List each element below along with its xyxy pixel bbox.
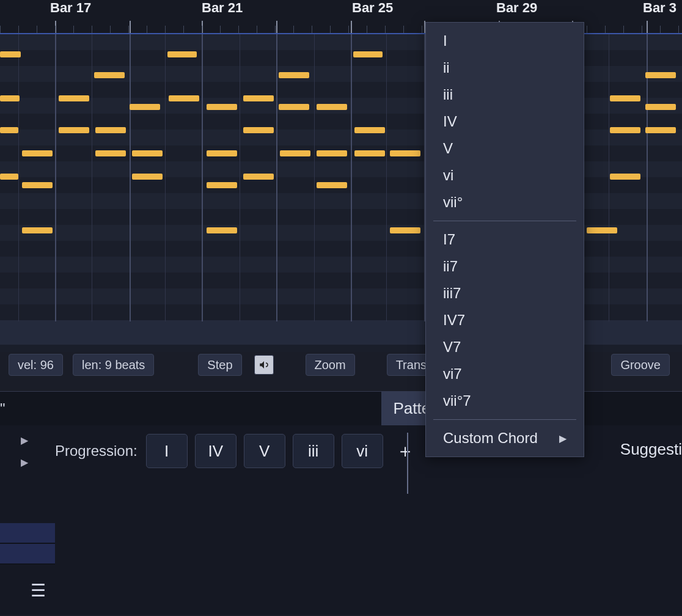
ruler-tick-minor (55, 26, 56, 33)
midi-note[interactable] (207, 104, 237, 110)
suggestions-label[interactable]: Suggesti (620, 440, 682, 459)
menu-item-chord[interactable]: ii7 (426, 253, 584, 280)
midi-note[interactable] (0, 95, 20, 101)
ruler-tick-major (130, 21, 131, 33)
midi-note[interactable] (207, 150, 237, 156)
add-chord-button[interactable]: ＋ (393, 439, 417, 463)
divider (407, 433, 408, 494)
midi-note[interactable] (317, 150, 347, 156)
expand-up-icon[interactable]: ▶ (0, 429, 49, 451)
menu-separator (433, 419, 576, 420)
step-button[interactable]: Step (198, 354, 241, 376)
ruler-tick-minor (257, 26, 257, 33)
midi-note[interactable] (207, 182, 237, 188)
chord-slot[interactable]: I (146, 434, 188, 468)
midi-note[interactable] (317, 104, 347, 110)
zoom-button[interactable]: Zoom (306, 354, 355, 376)
chord-context-menu: IiiiiiIVVvivii°I7ii7iii7IV7V7vi7vii°7Cus… (425, 22, 584, 457)
midi-note[interactable] (645, 104, 676, 110)
midi-note[interactable] (132, 150, 163, 156)
gridline (165, 34, 166, 321)
menu-item-chord[interactable]: I7 (426, 226, 584, 253)
midi-note[interactable] (207, 227, 237, 233)
menu-item-chord[interactable]: iii7 (426, 280, 584, 307)
menu-item-chord[interactable]: vii° (426, 189, 584, 216)
midi-note[interactable] (243, 174, 274, 180)
ruler-tick-minor (367, 26, 367, 33)
menu-separator (433, 221, 576, 221)
midi-note[interactable] (353, 51, 383, 57)
expand-down-icon[interactable]: ▶ (0, 451, 49, 473)
midi-note[interactable] (95, 127, 126, 133)
ruler-tick-minor (37, 26, 37, 33)
barline (55, 34, 56, 321)
menu-item-chord[interactable]: vii°7 (426, 387, 584, 414)
menu-item-chord[interactable]: ii (426, 54, 584, 81)
midi-note[interactable] (645, 72, 676, 78)
menu-item-chord[interactable]: I (426, 28, 584, 54)
midi-note[interactable] (94, 72, 125, 78)
midi-note[interactable] (169, 95, 199, 101)
midi-note[interactable] (390, 227, 420, 233)
midi-note[interactable] (22, 227, 53, 233)
menu-item-chord[interactable]: V7 (426, 334, 584, 361)
midi-note[interactable] (95, 150, 126, 156)
midi-note[interactable] (279, 72, 309, 78)
ruler-tick-major (647, 21, 648, 33)
chord-slot[interactable]: IV (195, 434, 237, 468)
midi-note[interactable] (0, 174, 18, 180)
menu-item-chord[interactable]: IV (426, 108, 584, 135)
chord-slot[interactable]: V (244, 434, 285, 468)
groove-button[interactable]: Groove (611, 354, 670, 376)
midi-note[interactable] (610, 174, 640, 180)
midi-note[interactable] (354, 127, 385, 133)
menu-icon[interactable]: ☰ (31, 581, 46, 601)
midi-note[interactable] (0, 127, 18, 133)
menu-item-chord[interactable]: vi7 (426, 361, 584, 387)
speaker-icon[interactable] (254, 355, 274, 375)
midi-note[interactable] (130, 104, 160, 110)
gridline (314, 34, 315, 321)
length-button[interactable]: len: 9 beats (73, 354, 154, 376)
progression-label: Progression: (55, 442, 138, 460)
midi-note[interactable] (167, 51, 197, 57)
midi-note[interactable] (22, 182, 53, 188)
midi-note[interactable] (243, 95, 274, 101)
track-item[interactable] (0, 544, 55, 565)
midi-note[interactable] (243, 127, 274, 133)
ruler-tick-minor (275, 26, 276, 33)
midi-note[interactable] (0, 51, 21, 57)
menu-item-custom-chord[interactable]: Custom Chord▶ (426, 425, 584, 452)
midi-note[interactable] (587, 227, 617, 233)
bar-label: Bar 21 (202, 0, 243, 16)
midi-note[interactable] (317, 182, 347, 188)
midi-note[interactable] (610, 95, 640, 101)
track-item[interactable] (0, 523, 55, 544)
ruler-tick-minor (642, 26, 642, 33)
velocity-button[interactable]: vel: 96 (9, 354, 63, 376)
ruler-tick-minor (18, 26, 19, 33)
ruler-tick-minor (128, 26, 129, 33)
track-strip (0, 523, 55, 565)
chord-slot[interactable]: vi (342, 434, 383, 468)
bar-label: Bar 25 (352, 0, 393, 16)
ruler-tick-minor (73, 26, 74, 33)
midi-note[interactable] (280, 150, 310, 156)
chord-slot[interactable]: iii (293, 434, 334, 468)
midi-note[interactable] (59, 127, 89, 133)
ruler-tick-minor (202, 26, 202, 33)
midi-note[interactable] (59, 95, 89, 101)
midi-note[interactable] (354, 150, 385, 156)
menu-item-chord[interactable]: V (426, 135, 584, 162)
menu-item-chord[interactable]: IV7 (426, 307, 584, 334)
midi-note[interactable] (390, 150, 420, 156)
menu-item-chord[interactable]: iii (426, 81, 584, 108)
midi-note[interactable] (22, 150, 53, 156)
midi-note[interactable] (132, 174, 163, 180)
gridline (240, 34, 240, 321)
midi-note[interactable] (645, 127, 676, 133)
midi-note[interactable] (610, 127, 640, 133)
menu-item-chord[interactable]: vi (426, 162, 584, 189)
midi-note[interactable] (279, 104, 309, 110)
bar-label: Bar 29 (496, 0, 537, 16)
